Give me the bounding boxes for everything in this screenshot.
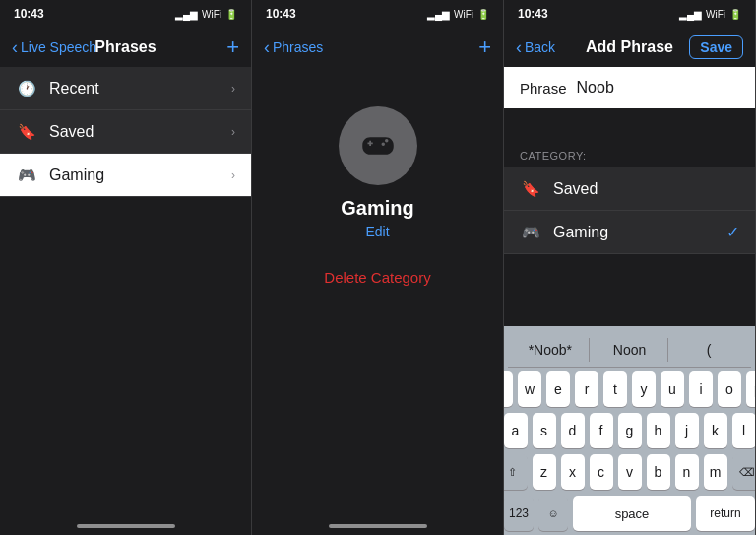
add-phrase-content: Phrase Noob CATEGORY: 🔖 Saved 🎮 Gaming ✓… (504, 67, 755, 535)
backspace-key[interactable]: ⌫ (732, 454, 756, 490)
shift-key[interactable]: ⇧ (504, 454, 528, 490)
spacer (504, 254, 755, 326)
wifi-icon: WiFi (202, 9, 221, 20)
key-u[interactable]: u (661, 371, 684, 407)
category-gaming-check[interactable]: 🎮 Gaming ✓ (504, 211, 755, 254)
back-label-2: Phrases (273, 39, 323, 55)
suggestion-1[interactable]: Noon (592, 338, 669, 362)
key-r[interactable]: r (575, 371, 598, 407)
phrase-label: Phrase (520, 80, 567, 97)
battery-icon-3: 🔋 (729, 9, 741, 20)
key-z[interactable]: z (533, 454, 556, 490)
suggestion-2[interactable]: ( (670, 338, 747, 362)
key-t[interactable]: t (603, 371, 627, 407)
back-button-3[interactable]: ‹ Back (516, 37, 555, 58)
save-button[interactable]: Save (689, 35, 743, 59)
back-button-2[interactable]: ‹ Phrases (264, 37, 323, 58)
category-saved[interactable]: 🔖 Saved (504, 167, 755, 211)
back-chevron-icon-3: ‹ (516, 37, 522, 58)
key-a[interactable]: a (504, 413, 528, 448)
category-name: Gaming (341, 197, 413, 220)
key-o[interactable]: o (718, 371, 741, 407)
home-bar-1 (77, 524, 175, 528)
key-k[interactable]: k (704, 413, 727, 448)
keyboard-rows: q w e r t y u i o p a s d f g (508, 371, 751, 531)
check-icon: ✓ (726, 223, 739, 241)
status-icons-1: ▂▄▆ WiFi 🔋 (175, 9, 237, 20)
key-l[interactable]: l (732, 413, 756, 448)
key-m[interactable]: m (704, 454, 727, 490)
suggestion-0[interactable]: *Noob* (512, 338, 590, 362)
key-i[interactable]: i (689, 371, 713, 407)
back-chevron-icon-2: ‹ (264, 37, 270, 58)
recent-label: Recent (49, 80, 231, 98)
key-v[interactable]: v (618, 454, 642, 490)
key-j[interactable]: j (675, 413, 699, 448)
wifi-icon-3: WiFi (706, 9, 725, 20)
time-3: 10:43 (518, 7, 548, 21)
panel-phrases: 10:43 ▂▄▆ WiFi 🔋 ‹ Live Speech Phrases +… (0, 0, 252, 535)
saved-cat-icon: 🔖 (520, 180, 541, 198)
wifi-icon-2: WiFi (454, 9, 473, 20)
key-x[interactable]: x (561, 454, 585, 490)
status-icons-3: ▂▄▆ WiFi 🔋 (679, 9, 741, 20)
key-g[interactable]: g (618, 413, 642, 448)
recent-chevron: › (231, 82, 235, 96)
key-s[interactable]: s (533, 413, 556, 448)
battery-icon: 🔋 (225, 9, 237, 20)
list-item-recent[interactable]: 🕐 Recent › (0, 67, 251, 110)
key-h[interactable]: h (647, 413, 670, 448)
key-f[interactable]: f (590, 413, 613, 448)
key-y[interactable]: y (632, 371, 656, 407)
status-bar-3: 10:43 ▂▄▆ WiFi 🔋 (504, 0, 755, 28)
saved-cat-label: Saved (553, 180, 739, 198)
signal-icon-3: ▂▄▆ (679, 9, 702, 20)
signal-icon-2: ▂▄▆ (427, 9, 450, 20)
back-button-1[interactable]: ‹ Live Speech (12, 37, 96, 58)
category-edit-button[interactable]: Edit (365, 224, 389, 239)
phrase-input-row[interactable]: Phrase Noob (504, 67, 755, 108)
saved-chevron: › (231, 125, 235, 139)
signal-icon: ▂▄▆ (175, 9, 198, 20)
space-key[interactable]: space (573, 496, 691, 531)
gaming-cat-icon: 🎮 (520, 224, 541, 241)
keyboard: *Noob* Noon ( q w e r t y u i o p (504, 326, 755, 535)
time-1: 10:43 (14, 7, 44, 21)
add-button-2[interactable]: + (478, 34, 491, 60)
key-w[interactable]: w (518, 371, 541, 407)
key-n[interactable]: n (675, 454, 699, 490)
key-e[interactable]: e (546, 371, 570, 407)
num-key[interactable]: 123 (504, 496, 534, 531)
back-chevron-icon-1: ‹ (12, 37, 18, 58)
category-icon-circle (339, 106, 417, 185)
home-bar-2 (329, 524, 427, 528)
key-d[interactable]: d (561, 413, 585, 448)
phrase-value[interactable]: Noob (577, 79, 739, 97)
nav-bar-3: ‹ Back Add Phrase Save (504, 28, 755, 67)
controller-icon (357, 125, 399, 167)
key-row-2: a s d f g h j k l (508, 413, 751, 448)
gaming-label: Gaming (49, 167, 231, 184)
list-item-saved[interactable]: 🔖 Saved › (0, 110, 251, 154)
gaming-icon: 🎮 (16, 167, 37, 184)
return-key[interactable]: return (696, 496, 755, 531)
key-c[interactable]: c (590, 454, 613, 490)
add-button-1[interactable]: + (226, 34, 239, 60)
delete-category-button[interactable]: Delete Category (324, 269, 430, 286)
nav-title-1: Phrases (94, 38, 156, 56)
time-2: 10:43 (266, 7, 296, 21)
emoji-key[interactable]: ☺ (538, 496, 568, 531)
key-b[interactable]: b (647, 454, 670, 490)
key-row-1: q w e r t y u i o p (508, 371, 751, 407)
recent-icon: 🕐 (16, 80, 37, 98)
nav-bar-1: ‹ Live Speech Phrases + (0, 28, 251, 67)
battery-icon-2: 🔋 (477, 9, 489, 20)
key-p[interactable]: p (746, 371, 755, 407)
panel-gaming: 10:43 ▂▄▆ WiFi 🔋 ‹ Phrases + Gaming Edit… (252, 0, 504, 535)
section-separator (504, 108, 755, 136)
saved-icon: 🔖 (16, 123, 37, 141)
key-q[interactable]: q (504, 371, 513, 407)
list-item-gaming[interactable]: 🎮 Gaming › (0, 154, 251, 197)
saved-label: Saved (49, 123, 231, 141)
key-row-4: 123 ☺ space return (508, 496, 751, 531)
